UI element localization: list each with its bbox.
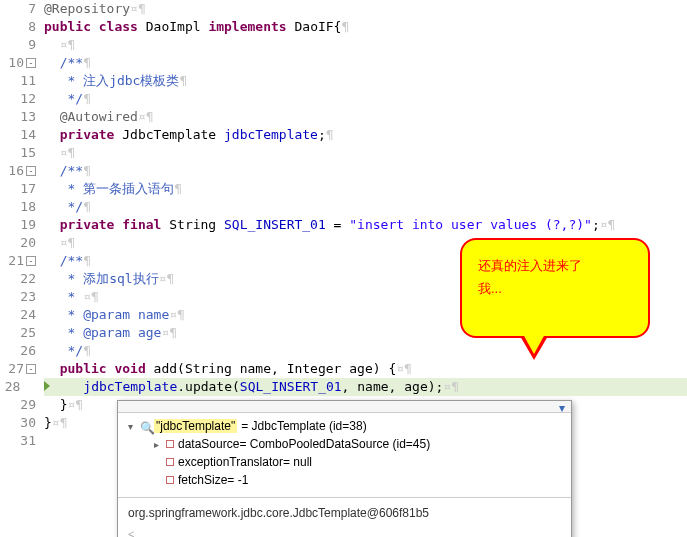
line-number: 10-: [0, 54, 36, 72]
annotation-callout: 还真的注入进来了 我...: [460, 238, 650, 338]
line-number: 9: [0, 36, 36, 54]
variable-tree[interactable]: ▾ 🔍 "jdbcTemplate" = JdbcTemplate (id=38…: [118, 413, 571, 497]
scroll-hint: <: [118, 528, 571, 537]
line-number: 8: [0, 18, 36, 36]
fold-toggle[interactable]: -: [26, 166, 36, 176]
popup-header: ▾: [118, 401, 571, 413]
line-number: 26: [0, 342, 36, 360]
tree-child-row[interactable]: fetchSize= -1: [124, 471, 565, 489]
variable-name: "jdbcTemplate": [154, 419, 237, 433]
callout-text: 还真的注入进来了: [478, 254, 632, 277]
line-number: 23: [0, 288, 36, 306]
fold-toggle[interactable]: -: [26, 364, 36, 374]
line-number: 15: [0, 144, 36, 162]
chevron-down-icon[interactable]: ▾: [559, 401, 565, 415]
line-number: 12: [0, 90, 36, 108]
line-number: 22: [0, 270, 36, 288]
line-number: 27-: [0, 360, 36, 378]
tree-child-row[interactable]: exceptionTranslator= null: [124, 453, 565, 471]
line-number: 11: [0, 72, 36, 90]
variable-entry: exceptionTranslator= null: [178, 455, 312, 469]
line-number-gutter: 7 8 9 10- 11 12 13 14 15 16- 17 18 19 20…: [0, 0, 40, 537]
line-number: 20: [0, 234, 36, 252]
line-number: 19: [0, 216, 36, 234]
line-number: 30: [0, 414, 36, 432]
fold-toggle[interactable]: -: [26, 256, 36, 266]
line-number: 29: [0, 396, 36, 414]
line-number: 16-: [0, 162, 36, 180]
line-number: 18: [0, 198, 36, 216]
field-icon: [166, 458, 174, 466]
popup-detail: org.springframework.jdbc.core.JdbcTempla…: [118, 497, 571, 528]
line-number: 24: [0, 306, 36, 324]
line-number: 31: [0, 432, 36, 450]
line-number: 25: [0, 324, 36, 342]
line-number: 7: [0, 0, 36, 18]
collapse-icon[interactable]: ▾: [124, 421, 136, 432]
tree-root-row[interactable]: ▾ 🔍 "jdbcTemplate" = JdbcTemplate (id=38…: [124, 417, 565, 435]
variable-value: = JdbcTemplate (id=38): [241, 419, 366, 433]
line-number: 17: [0, 180, 36, 198]
line-number: 28: [0, 378, 36, 396]
variable-entry: dataSource= ComboPooledDataSource (id=45…: [178, 437, 430, 451]
variable-entry: fetchSize= -1: [178, 473, 248, 487]
debug-arrow-icon: [44, 381, 50, 391]
annotation: @Repository: [44, 1, 130, 16]
fold-toggle[interactable]: -: [26, 58, 36, 68]
expand-icon[interactable]: ▸: [150, 439, 162, 450]
search-icon: 🔍: [140, 421, 150, 431]
field-icon: [166, 476, 174, 484]
line-number: 21-: [0, 252, 36, 270]
callout-text: 我...: [478, 277, 632, 300]
callout-tail-icon: [520, 336, 548, 360]
debug-current-line: jdbcTemplate.update(SQL_INSERT_01, name,…: [44, 378, 687, 396]
debug-inspect-popup: ▾ ▾ 🔍 "jdbcTemplate" = JdbcTemplate (id=…: [117, 400, 572, 537]
tree-child-row[interactable]: ▸ dataSource= ComboPooledDataSource (id=…: [124, 435, 565, 453]
line-number: 14: [0, 126, 36, 144]
line-number: 13: [0, 108, 36, 126]
field-icon: [166, 440, 174, 448]
